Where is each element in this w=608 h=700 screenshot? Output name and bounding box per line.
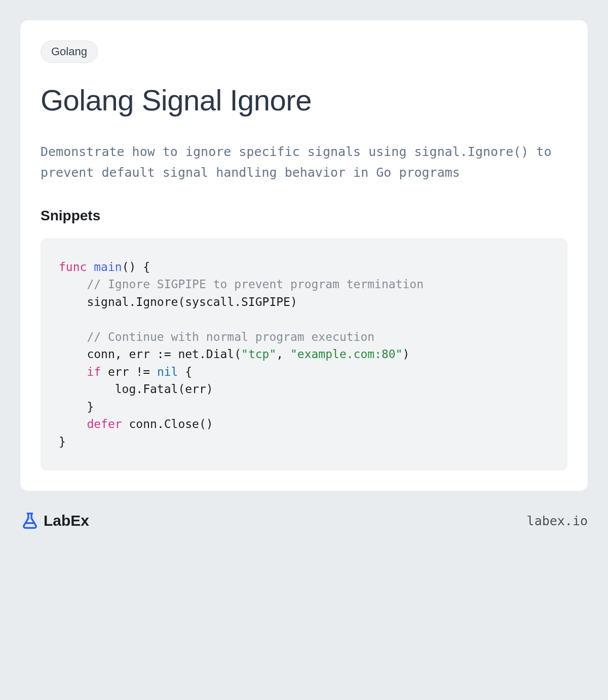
language-badge: Golang xyxy=(41,41,98,63)
code-content: func main() { // Ignore SIGPIPE to preve… xyxy=(59,260,424,448)
domain-text: labex.io xyxy=(527,514,588,528)
content-card: Golang Golang Signal Ignore Demonstrate … xyxy=(20,20,588,491)
brand: LabEx xyxy=(20,511,89,530)
brand-text: LabEx xyxy=(44,512,89,529)
code-snippet: func main() { // Ignore SIGPIPE to preve… xyxy=(41,238,567,471)
description-text: Demonstrate how to ignore specific signa… xyxy=(41,141,567,183)
flask-icon xyxy=(20,511,40,530)
page-title: Golang Signal Ignore xyxy=(41,83,567,117)
snippets-heading: Snippets xyxy=(41,208,567,224)
footer: LabEx labex.io xyxy=(20,511,588,530)
